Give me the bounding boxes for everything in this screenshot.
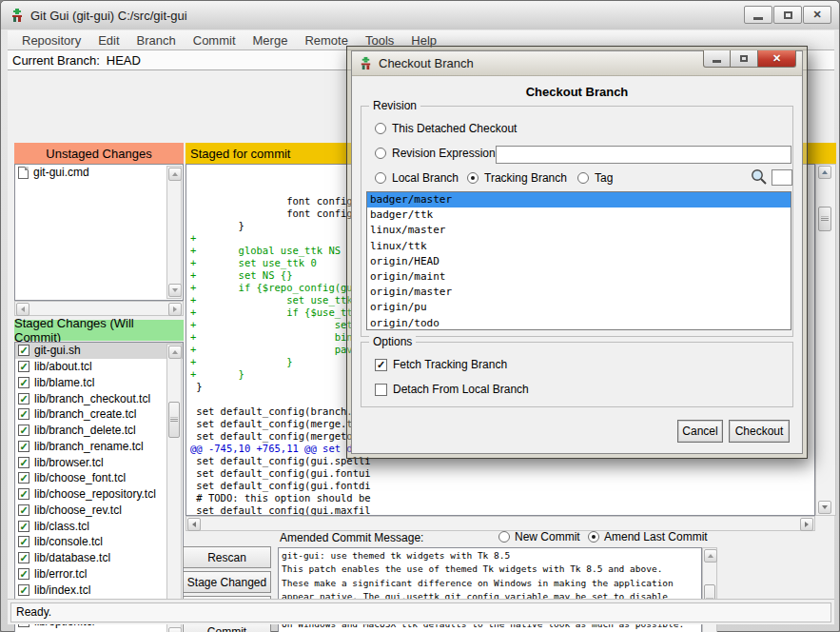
staged-file-row[interactable]: lib/class.tcl bbox=[15, 518, 183, 534]
staged-check-icon[interactable] bbox=[18, 361, 29, 372]
radio-icon[interactable] bbox=[375, 123, 386, 134]
menu-item[interactable]: Edit bbox=[89, 31, 127, 49]
radio-icon[interactable] bbox=[375, 148, 386, 159]
scrollbar-thumb[interactable] bbox=[818, 207, 831, 231]
checkout-button[interactable]: Checkout bbox=[729, 420, 790, 443]
radio-selected-icon[interactable] bbox=[467, 172, 479, 184]
scroll-down-button[interactable] bbox=[168, 284, 182, 297]
titlebar[interactable]: Git Gui (git-gui) C:/src/git-gui ✕ bbox=[1, 1, 839, 30]
fetch-tracking-branch-checkbox[interactable]: Fetch Tracking Branch bbox=[375, 358, 507, 371]
branch-list-item[interactable]: linux/master bbox=[367, 223, 791, 238]
branch-list-item[interactable]: origin/todo bbox=[367, 316, 791, 331]
checkbox-unchecked-icon[interactable] bbox=[375, 384, 387, 396]
amend-last-commit-radio[interactable]: Amend Last Commit bbox=[588, 530, 708, 543]
staged-check-icon[interactable] bbox=[18, 488, 29, 500]
branch-list-item[interactable]: origin/pu bbox=[367, 300, 791, 315]
staged-file-row[interactable]: lib/index.tcl bbox=[15, 582, 183, 598]
staged-file-row[interactable]: lib/branch_checkout.tcl bbox=[15, 390, 183, 406]
scroll-up-button[interactable] bbox=[168, 168, 182, 181]
dialog-minimize-button[interactable] bbox=[703, 50, 731, 68]
staged-check-icon[interactable] bbox=[18, 408, 29, 420]
maximize-button[interactable] bbox=[773, 6, 802, 24]
staged-file-row[interactable]: lib/about.tcl bbox=[15, 359, 183, 375]
menu-item[interactable]: Branch bbox=[128, 31, 185, 49]
staged-file-row[interactable]: lib/choose_font.tcl bbox=[15, 470, 183, 486]
menu-item[interactable]: Merge bbox=[244, 31, 297, 49]
checkbox-checked-icon[interactable] bbox=[375, 359, 387, 371]
branch-list-item[interactable]: origin/HEAD bbox=[367, 254, 791, 269]
staged-check-icon[interactable] bbox=[18, 536, 29, 547]
staged-file-list[interactable]: git-gui.sh lib/about.tcl lib/blame.tcl l… bbox=[14, 342, 184, 632]
scroll-up-button[interactable] bbox=[818, 166, 831, 179]
staged-file-row[interactable]: git-gui.sh bbox=[15, 343, 183, 359]
staged-file-row[interactable]: lib/browser.tcl bbox=[15, 454, 183, 470]
detached-checkout-radio[interactable]: This Detached Checkout bbox=[375, 122, 517, 135]
scrollbar-thumb[interactable] bbox=[168, 402, 180, 438]
staged-file-row[interactable]: lib/branch_create.tcl bbox=[15, 406, 183, 423]
staged-file-row[interactable]: lib/branch_rename.tcl bbox=[15, 439, 183, 455]
revision-expression-radio[interactable]: Revision Expression: bbox=[375, 147, 498, 160]
scroll-up-button[interactable] bbox=[168, 346, 182, 359]
scroll-right-button[interactable] bbox=[800, 518, 813, 531]
branch-list[interactable]: badger/masterbadger/ttklinux/masterlinux… bbox=[366, 191, 791, 330]
staged-file-row[interactable]: lib/console.tcl bbox=[15, 534, 183, 550]
unstaged-file-list[interactable]: git-gui.cmd bbox=[14, 164, 184, 301]
scroll-left-button[interactable] bbox=[187, 518, 201, 531]
dialog-maximize-button[interactable] bbox=[731, 50, 757, 68]
unstaged-file-row[interactable]: git-gui.cmd bbox=[15, 165, 183, 181]
diff-horizontal-scrollbar[interactable] bbox=[186, 516, 815, 531]
scroll-right-button[interactable] bbox=[168, 303, 182, 316]
staged-file-row[interactable]: lib/blame.tcl bbox=[15, 375, 183, 391]
dialog-close-button[interactable]: ✕ bbox=[757, 50, 796, 68]
branch-filter-input[interactable] bbox=[772, 169, 792, 186]
close-button[interactable]: ✕ bbox=[803, 6, 831, 24]
radio-icon[interactable] bbox=[498, 531, 510, 543]
dialog-titlebar[interactable]: Checkout Branch ✕ bbox=[352, 51, 802, 76]
staged-check-icon[interactable] bbox=[18, 457, 29, 468]
staged-vertical-scrollbar[interactable] bbox=[166, 344, 182, 632]
staged-check-icon[interactable] bbox=[18, 504, 29, 516]
staged-check-icon[interactable] bbox=[18, 472, 29, 484]
staged-check-icon[interactable] bbox=[18, 345, 29, 356]
radio-icon[interactable] bbox=[577, 172, 589, 184]
unstaged-horizontal-scrollbar[interactable] bbox=[14, 301, 184, 316]
stage-changed-button[interactable]: Stage Changed bbox=[183, 571, 271, 593]
scroll-left-button[interactable] bbox=[16, 303, 29, 316]
scroll-down-button[interactable] bbox=[818, 501, 831, 514]
scroll-down-button[interactable] bbox=[168, 627, 182, 632]
radio-icon[interactable] bbox=[375, 172, 386, 184]
staged-file-row[interactable]: lib/choose_repository.tcl bbox=[15, 486, 183, 503]
staged-check-icon[interactable] bbox=[18, 393, 29, 405]
branch-list-item[interactable]: badger/master bbox=[367, 192, 791, 207]
tracking-branch-radio[interactable]: Tracking Branch bbox=[467, 171, 567, 185]
branch-list-item[interactable]: linux/ttk bbox=[367, 239, 791, 254]
diff-vertical-scrollbar[interactable] bbox=[815, 164, 836, 516]
new-commit-radio[interactable]: New Commit bbox=[498, 530, 580, 543]
staged-check-icon[interactable] bbox=[18, 441, 29, 452]
staged-check-icon[interactable] bbox=[18, 521, 29, 532]
revision-expression-input[interactable] bbox=[496, 146, 791, 164]
branch-list-item[interactable]: origin/maint bbox=[367, 269, 791, 285]
rescan-button[interactable]: Rescan bbox=[183, 546, 271, 568]
staged-check-icon[interactable] bbox=[18, 552, 29, 563]
staged-check-icon[interactable] bbox=[18, 584, 29, 596]
menu-item[interactable]: Commit bbox=[185, 31, 244, 49]
staged-file-row[interactable]: lib/choose_rev.tcl bbox=[15, 503, 183, 519]
staged-file-row[interactable]: lib/database.tcl bbox=[15, 550, 183, 566]
minimize-button[interactable] bbox=[744, 6, 772, 24]
cancel-button[interactable]: Cancel bbox=[677, 420, 723, 443]
staged-file-row[interactable]: lib/error.tcl bbox=[15, 566, 183, 583]
unstaged-vertical-scrollbar[interactable] bbox=[166, 166, 182, 299]
local-branch-radio[interactable]: Local Branch bbox=[375, 171, 459, 185]
menu-item[interactable]: Repository bbox=[13, 31, 89, 49]
scroll-up-button[interactable] bbox=[704, 549, 717, 563]
branch-list-item[interactable]: origin/master bbox=[367, 285, 791, 300]
branch-list-item[interactable]: badger/ttk bbox=[367, 207, 791, 223]
staged-check-icon[interactable] bbox=[18, 568, 29, 580]
staged-check-icon[interactable] bbox=[18, 377, 29, 388]
radio-selected-icon[interactable] bbox=[588, 531, 599, 543]
staged-file-row[interactable]: lib/branch_delete.tcl bbox=[15, 423, 183, 439]
tag-radio[interactable]: Tag bbox=[577, 171, 613, 185]
staged-check-icon[interactable] bbox=[18, 425, 29, 436]
detach-from-local-branch-checkbox[interactable]: Detach From Local Branch bbox=[375, 383, 529, 396]
